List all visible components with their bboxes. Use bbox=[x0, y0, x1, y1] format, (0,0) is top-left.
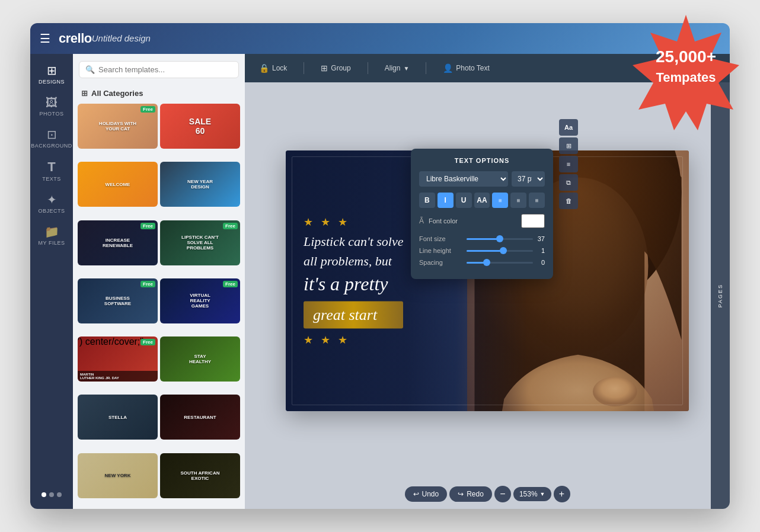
sidebar-item-myfiles[interactable]: 📁 MY FILES bbox=[30, 220, 73, 252]
dot-indicator-2[interactable] bbox=[49, 492, 54, 497]
template-card[interactable]: Holidays withYour Cat Free bbox=[78, 104, 158, 149]
design-text-line2[interactable]: all problems, but bbox=[304, 252, 403, 270]
free-badge: Free bbox=[140, 339, 155, 345]
icon-sidebar: ⊞ DESIGNS 🖼 PHOTOS ⊡ BACKGROUND T TEXTS … bbox=[30, 54, 73, 509]
text-options-title: TEXT OPTIONS bbox=[419, 157, 545, 164]
font-color-label: Font color bbox=[429, 217, 516, 225]
search-input[interactable] bbox=[98, 65, 232, 74]
svg-point-2 bbox=[593, 377, 637, 406]
undo-label: Undo bbox=[422, 490, 439, 498]
delete-button[interactable]: 🗑 bbox=[559, 193, 578, 209]
char-label: Ã bbox=[419, 217, 424, 225]
design-stars-top: ★ ★ ★ bbox=[304, 216, 403, 229]
group-icon: ⊞ bbox=[321, 63, 328, 73]
toolbar-divider bbox=[304, 62, 304, 74]
template-grid: Holidays withYour Cat Free SALE60 Welcom… bbox=[73, 104, 245, 509]
photo-text-label: Photo Text bbox=[456, 64, 489, 72]
align-right-button[interactable]: ≡ bbox=[529, 193, 545, 208]
sidebar-item-photos[interactable]: 🖼 PHOTOS bbox=[30, 91, 73, 123]
font-size-slider-row: Font size 37 bbox=[419, 235, 545, 242]
toolbar-divider-2 bbox=[368, 62, 368, 74]
document-title[interactable]: Untitled design bbox=[92, 33, 151, 43]
canvas-bg: TEXT OPTIONS Libre Baskerville 37 pt B I… bbox=[245, 82, 730, 479]
template-card[interactable]: ') center/cover;"> MARTINLUTHER KING JR.… bbox=[78, 336, 158, 382]
template-card[interactable]: Welcome bbox=[78, 162, 158, 207]
background-icon: ⊡ bbox=[47, 129, 57, 140]
myfiles-icon: 📁 bbox=[44, 226, 59, 238]
font-size-select[interactable]: 37 pt bbox=[512, 171, 545, 187]
group-label: Group bbox=[331, 64, 350, 72]
align-button[interactable]: Align ▼ bbox=[380, 62, 414, 75]
sidebar-item-background[interactable]: ⊡ BACKGROUND bbox=[30, 123, 73, 155]
zoom-out-button[interactable]: − bbox=[494, 486, 511, 502]
category-header: ⊞ All Categories bbox=[73, 85, 245, 104]
dot-indicator-1[interactable] bbox=[41, 492, 46, 497]
redo-label: Redo bbox=[467, 490, 484, 498]
spacing-slider[interactable] bbox=[467, 262, 533, 264]
format-row: B I U AA ≡ ≡ ≡ bbox=[419, 193, 545, 208]
design-text-area: ★ ★ ★ Lipstick can't solve all problems,… bbox=[304, 216, 403, 347]
dot-indicator-3[interactable] bbox=[57, 492, 62, 497]
logo: crello bbox=[59, 31, 92, 46]
lock-label: Lock bbox=[272, 64, 287, 72]
underline-button[interactable]: U bbox=[456, 193, 472, 208]
starburst-svg: 25,000+ Tempates bbox=[624, 12, 748, 136]
undo-button[interactable]: ↩ Undo bbox=[405, 486, 448, 502]
photo-text-icon: 👤 bbox=[443, 63, 453, 73]
template-card[interactable]: VIRTUALREALITYGAMES Free bbox=[160, 278, 240, 323]
spacing-slider-row: Spacing 0 bbox=[419, 259, 545, 266]
redo-button[interactable]: ↪ Redo bbox=[449, 486, 492, 502]
template-card[interactable]: New YearDesign bbox=[160, 162, 240, 207]
lock-icon: 🔒 bbox=[259, 63, 269, 73]
grid-button[interactable]: ⊞ bbox=[559, 137, 578, 154]
template-card[interactable]: RESTAURANT bbox=[160, 395, 240, 440]
toolbar-divider-3 bbox=[426, 62, 426, 74]
template-card[interactable]: SALE60 bbox=[160, 104, 240, 149]
template-card[interactable]: STELLA bbox=[78, 395, 158, 440]
template-card[interactable]: STAYHEALTHY bbox=[160, 336, 240, 382]
font-size-slider[interactable] bbox=[467, 238, 533, 240]
zoom-chevron: ▼ bbox=[540, 491, 545, 497]
photo-text-button[interactable]: 👤 Photo Text bbox=[438, 61, 494, 75]
sidebar-label-objects: OBJECTS bbox=[38, 208, 65, 214]
design-text-line3[interactable]: it's a pretty bbox=[304, 272, 403, 297]
layers-button[interactable]: ≡ bbox=[559, 156, 578, 172]
zoom-in-icon: + bbox=[559, 489, 564, 499]
aa-button[interactable]: Aa bbox=[559, 119, 578, 136]
pages-sidebar[interactable]: PAGES bbox=[711, 82, 730, 479]
align-center-button[interactable]: ≡ bbox=[510, 193, 526, 208]
zoom-in-button[interactable]: + bbox=[554, 486, 570, 502]
align-left-button[interactable]: ≡ bbox=[492, 193, 508, 208]
designs-icon: ⊞ bbox=[47, 65, 57, 76]
caps-button[interactable]: AA bbox=[474, 193, 490, 208]
design-text-line1[interactable]: Lipstick can't solve bbox=[304, 233, 403, 251]
line-height-slider-label: Line height bbox=[419, 247, 467, 254]
lock-button[interactable]: 🔒 Lock bbox=[254, 61, 292, 75]
sidebar-item-designs[interactable]: ⊞ DESIGNS bbox=[30, 59, 73, 91]
copy-button[interactable]: ⧉ bbox=[559, 174, 578, 191]
search-bar-wrap: 🔍 bbox=[73, 54, 245, 85]
sidebar-item-texts[interactable]: T TEXTS bbox=[30, 155, 73, 188]
search-icon: 🔍 bbox=[85, 65, 95, 74]
sidebar-label-myfiles: MY FILES bbox=[39, 240, 65, 246]
design-highlight[interactable]: great start bbox=[304, 301, 403, 328]
color-swatch[interactable] bbox=[521, 214, 545, 228]
sidebar-item-objects[interactable]: ✦ OBJECTS bbox=[30, 188, 73, 220]
template-card[interactable]: New York bbox=[78, 453, 158, 498]
bold-button[interactable]: B bbox=[419, 193, 435, 208]
sidebar-label-texts: TEXTS bbox=[42, 176, 61, 182]
zoom-display[interactable]: 153% ▼ bbox=[513, 487, 551, 501]
template-card[interactable]: INCREASERENEWABLE Free bbox=[78, 220, 158, 265]
line-height-slider[interactable] bbox=[467, 250, 533, 252]
font-size-slider-label: Font size bbox=[419, 235, 467, 242]
design-stars-bottom: ★ ★ ★ bbox=[304, 333, 403, 346]
template-card[interactable]: Lipstick can'tsolve allproblems Free bbox=[160, 220, 240, 265]
sidebar-label-photos: PHOTOS bbox=[40, 111, 64, 117]
group-button[interactable]: ⊞ Group bbox=[316, 61, 355, 75]
template-card[interactable]: BUSINESSSOFTWARE Free bbox=[78, 278, 158, 323]
template-card[interactable]: South AfricanExotic bbox=[160, 453, 240, 498]
font-family-select[interactable]: Libre Baskerville bbox=[419, 171, 508, 187]
zoom-value: 153% bbox=[519, 490, 538, 498]
hamburger-icon[interactable]: ☰ bbox=[40, 31, 50, 46]
italic-button[interactable]: I bbox=[438, 193, 454, 208]
